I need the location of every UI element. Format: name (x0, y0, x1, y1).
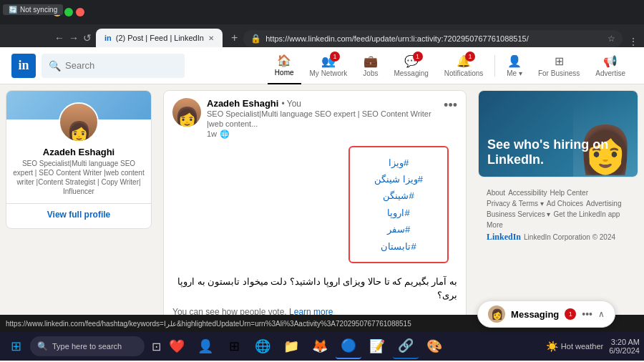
taskbar-person-icon[interactable]: 👤 (192, 333, 218, 359)
maximize-button[interactable] (64, 8, 73, 16)
footer-copyright: LinkedIn Corporation © 2024 (524, 233, 615, 241)
hashtag-text: #ویزا#ویزا شینگن#شینگن#اروپا#سفر#تابستان (361, 155, 436, 255)
linkedin-footer: About Accessibility Help Center Privacy … (478, 183, 638, 248)
tab-close-button[interactable]: ✕ (208, 34, 214, 42)
footer-privacy[interactable]: Privacy & Terms ▾ (487, 200, 544, 207)
taskview-icon[interactable]: ⊡ (152, 340, 161, 353)
post-author-info: Azadeh Eshaghi • You SEO Specialist|Mult… (207, 98, 438, 139)
learn-more-link[interactable]: Learn more (289, 307, 333, 315)
back-button[interactable]: ← (54, 32, 64, 44)
home-icon: 🏠 (277, 54, 291, 67)
new-tab-button[interactable]: + (231, 31, 238, 44)
nav-me[interactable]: 👤 Me ▾ (499, 47, 530, 84)
browser-chrome: 🔄 Not syncing (0, 0, 644, 24)
post-card: 👩 Azadeh Eshaghi • You SEO Specialist|Mu… (163, 90, 467, 315)
footer-business[interactable]: Business Services ▾ (487, 210, 550, 218)
taskbar-multitask-icon[interactable]: ⊞ (221, 333, 247, 359)
hiring-text: See who's hiring on LinkedIn. (487, 137, 629, 168)
post-content: به آمار بگیریم که تا حالا ویزای اروپا دا… (164, 275, 466, 315)
post-header: 👩 Azadeh Eshaghi • You SEO Specialist|Mu… (164, 91, 466, 146)
taskbar-folder-icon[interactable]: 📁 (278, 333, 304, 359)
footer-about[interactable]: About (487, 189, 505, 197)
network-badge: 1 (330, 52, 340, 62)
search-box[interactable]: 🔍 (42, 54, 185, 78)
footer-help[interactable]: Help Center (550, 189, 588, 197)
nav-messaging-label: Messaging (394, 69, 428, 77)
linkedin-app: in 🔍 🏠 Home 👥 1 My Network 💼 Jobs 💬 (0, 47, 644, 315)
system-tray: ☀️ Hot weather 3:20 AM 6/9/2024 (546, 338, 640, 355)
footer-app[interactable]: Get the LinkedIn app (553, 210, 620, 218)
extensions-icon[interactable]: ⋮ (628, 36, 638, 47)
nav-home[interactable]: 🏠 Home (268, 47, 301, 84)
linkedin-logo[interactable]: in (11, 54, 36, 78)
weather-icon: ☀️ (546, 341, 558, 352)
messaging-expand-icon[interactable]: ••• (582, 308, 592, 320)
address-url[interactable]: https://www.linkedin.com/feed/update/urn… (265, 34, 603, 43)
post-author-title: SEO Specialist|Multi language SEO expert… (207, 109, 438, 129)
tab-title: (2) Post | Feed | LinkedIn (116, 34, 204, 42)
nav-business-label: For Business (538, 69, 580, 77)
taskbar-heart-icon[interactable]: ❤️ (164, 333, 190, 359)
view-profile-link[interactable]: View full profile (6, 210, 151, 220)
post-time: 1w (207, 129, 217, 138)
taskbar-word-icon[interactable]: 📝 (364, 333, 390, 359)
footer-advertising[interactable]: Advertising (586, 200, 621, 207)
avatar: 👩 (59, 102, 99, 142)
forward-button[interactable]: → (69, 32, 79, 44)
footer-more[interactable]: More (487, 221, 503, 229)
feed: 👩 Azadeh Eshaghi • You SEO Specialist|Mu… (157, 84, 472, 315)
nav-notifications[interactable]: 🔔 1 Notifications (437, 47, 490, 84)
weather-tray[interactable]: ☀️ Hot weather (546, 341, 603, 352)
messaging-chevron-icon[interactable]: ∧ (598, 309, 605, 319)
post-meta: 1w 🌐 (207, 129, 438, 139)
notifications-icon: 🔔 1 (457, 54, 471, 68)
jobs-icon: 💼 (364, 54, 378, 68)
messaging-count: 1 (565, 308, 576, 320)
avatar-image: 👩 (67, 120, 92, 142)
post-you-label: • You (281, 99, 301, 109)
taskbar-linkedin-icon[interactable]: 🔗 (393, 333, 419, 359)
taskbar-firefox-icon[interactable]: 🦊 (307, 333, 333, 359)
search-icon: 🔍 (49, 60, 61, 72)
footer-accessibility[interactable]: Accessibility (508, 189, 547, 197)
nav-messaging[interactable]: 💬 1 Messaging (386, 47, 435, 84)
nav-network-label: My Network (310, 69, 348, 77)
post-author-name: Azadeh Eshaghi (207, 98, 278, 109)
taskbar-quick-icons: ⊡ (152, 340, 161, 353)
messaging-floating-button[interactable]: 👩 Messaging 1 ••• ∧ (477, 300, 615, 328)
profile-title: SEO Specialist|Multi language SEO expert… (6, 157, 151, 197)
messaging-badge: 1 (413, 52, 423, 62)
star-icon[interactable]: ☆ (608, 34, 615, 44)
network-icon: 👥 1 (321, 54, 336, 68)
sync-status: 🔄 Not syncing (3, 4, 63, 15)
footer-brand: LinkedIn LinkedIn Corporation © 2024 (487, 232, 630, 243)
nav-advertise-label: Advertise (595, 69, 625, 77)
nav-advertise[interactable]: 📢 Advertise (588, 47, 633, 84)
taskbar-photoshop-icon[interactable]: 🎨 (421, 333, 447, 359)
nav-network[interactable]: 👥 1 My Network (303, 47, 355, 84)
me-icon: 👤 (507, 54, 522, 68)
search-input[interactable] (65, 60, 177, 71)
start-button[interactable]: ⊞ (4, 335, 27, 358)
taskbar-search[interactable]: 🔍 Type here to search (30, 336, 145, 356)
lock-icon: 🔒 (250, 34, 261, 44)
refresh-button[interactable]: ↺ (83, 32, 92, 44)
taskbar-search-text: Type here to search (52, 342, 122, 351)
taskbar-search-icon: 🔍 (37, 341, 48, 351)
footer-ad-choices[interactable]: Ad Choices (547, 200, 583, 207)
taskbar-edge-icon[interactable]: 🌐 (250, 333, 275, 359)
taskbar-chrome-icon[interactable]: 🔵 (336, 333, 361, 359)
linkedin-nav: 🏠 Home 👥 1 My Network 💼 Jobs 💬 1 Messagi… (268, 47, 633, 84)
nav-jobs[interactable]: 💼 Jobs (356, 47, 385, 84)
post-text: به آمار بگیریم که تا حالا ویزای اروپا دا… (172, 275, 457, 303)
active-tab[interactable]: in (2) Post | Feed | LinkedIn ✕ (96, 29, 223, 47)
hiring-banner: See who's hiring on LinkedIn. 👩 (479, 91, 638, 177)
right-sidebar: See who's hiring on LinkedIn. 👩 About Ac… (472, 84, 644, 315)
author-avatar-image: 👩 (175, 106, 200, 127)
left-sidebar: 👩 Azadeh Eshaghi SEO Specialist|Multi la… (0, 84, 157, 315)
close-button[interactable] (76, 8, 84, 16)
hiring-card: See who's hiring on LinkedIn. 👩 (478, 90, 638, 177)
post-more-button[interactable]: ••• (444, 98, 457, 113)
nav-divider (494, 55, 495, 77)
nav-business[interactable]: ⊞ For Business (531, 47, 587, 84)
